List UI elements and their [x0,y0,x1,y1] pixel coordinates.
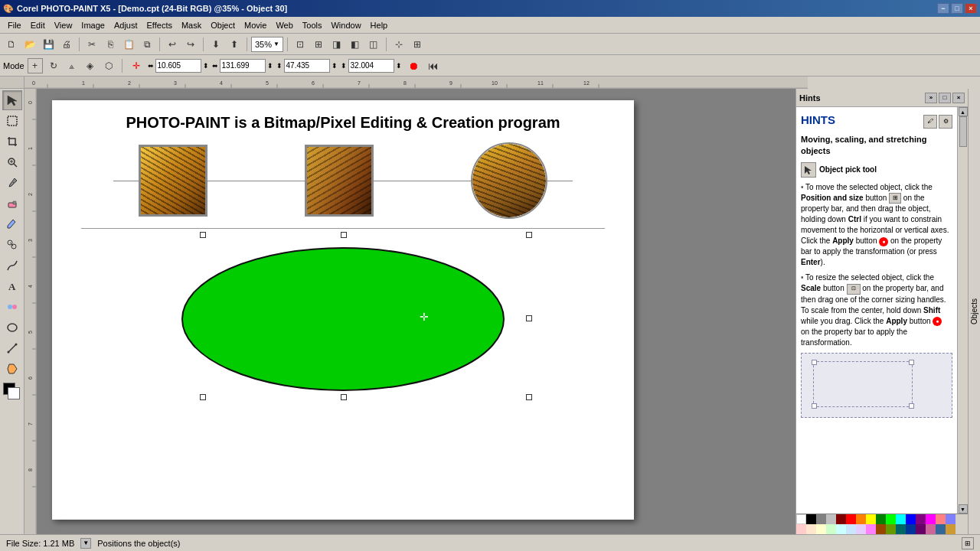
h-input[interactable]: 32.004 [348,59,394,73]
color-purple[interactable] [916,514,926,524]
zoom-tool[interactable] [2,152,22,172]
objects-panel-tab[interactable]: Objects [968,89,980,534]
mode-normal[interactable]: + [28,58,43,73]
color-steel[interactable] [936,524,946,534]
text-tool[interactable]: A [2,276,22,296]
color-green[interactable] [876,514,886,524]
hints-float-btn[interactable]: □ [939,93,951,103]
hints-scrollbar[interactable]: ▲ ▼ [957,107,968,514]
scroll-down-btn[interactable]: ▼ [959,504,968,514]
shape-tool[interactable] [2,318,22,337]
maximize-button[interactable]: □ [951,3,963,14]
copy-button[interactable]: ⎘ [102,36,119,53]
scroll-thumb[interactable] [959,116,967,147]
zoom-selector[interactable]: 35% ▼ [251,37,283,52]
color-olive[interactable] [886,524,896,534]
color-yellow[interactable] [866,514,876,524]
redo-button[interactable]: ↪ [182,36,199,53]
mode-skew[interactable]: ⟁ [64,58,80,73]
color-teal[interactable] [896,524,906,534]
color-light-purple[interactable] [856,524,866,534]
color-red[interactable] [846,514,856,524]
mode-distort[interactable]: ◈ [83,58,98,73]
hints-expand-btn[interactable]: » [925,93,937,103]
x-input[interactable]: 10.605 [155,59,201,73]
zoom-fit-button[interactable]: ⊡ [292,36,309,53]
import-button[interactable]: ⬇ [207,36,224,53]
color-dark-red[interactable] [836,514,846,524]
color-hot-pink[interactable] [866,524,876,534]
color-cyan[interactable] [896,514,906,524]
paint-tool[interactable] [2,214,22,234]
line-tool[interactable] [2,338,22,358]
hints-mode-btn[interactable]: 🖊 [923,115,937,129]
revert-btn[interactable]: ⏮ [425,57,442,74]
crop-tool[interactable] [2,132,22,152]
menu-tools[interactable]: Tools [298,19,327,31]
menu-help[interactable]: Help [366,19,393,31]
color-black[interactable] [806,514,816,524]
color-light-pink[interactable] [796,524,806,534]
grid-button[interactable]: ⊞ [409,36,426,53]
mode-perspective[interactable]: ⬡ [101,58,116,73]
pointer-btn[interactable]: ✛ [128,57,145,74]
print-button[interactable]: 🖨 [58,36,75,53]
save-button[interactable]: 💾 [40,36,57,53]
paste-button[interactable]: 📋 [120,36,137,53]
close-button[interactable]: × [965,3,977,14]
object-pick-tool[interactable] [2,90,22,110]
view2-button[interactable]: ◨ [328,36,345,53]
color-light-cyan[interactable] [836,524,846,534]
color-lavender[interactable] [946,514,956,524]
menu-view[interactable]: View [50,19,77,31]
menu-image[interactable]: Image [77,19,109,31]
menu-window[interactable]: Window [326,19,365,31]
duplicate-button[interactable]: ⧉ [139,36,155,53]
view1-button[interactable]: ⊞ [310,36,327,53]
undo-button[interactable]: ↩ [164,36,181,53]
color-orange[interactable] [856,514,866,524]
clone-tool[interactable] [2,235,22,255]
color-light-yellow[interactable] [816,524,826,534]
color-rose[interactable] [926,524,936,534]
apply-btn[interactable]: ⏺ [405,57,422,74]
color-pink[interactable] [936,514,946,524]
color-silver[interactable] [826,514,836,524]
menu-object[interactable]: Object [206,19,240,31]
mode-rotate[interactable]: ↻ [46,58,61,73]
color-lime[interactable] [886,514,896,524]
view4-button[interactable]: ◫ [365,36,382,53]
color-brown[interactable] [876,524,886,534]
eyedropper-tool[interactable] [2,173,22,193]
new-button[interactable]: 🗋 [3,36,20,53]
color-magenta[interactable] [926,514,936,524]
open-button[interactable]: 📂 [21,36,38,53]
menu-adjust[interactable]: Adjust [109,19,142,31]
cut-button[interactable]: ✂ [83,36,100,53]
menu-effects[interactable]: Effects [142,19,177,31]
w-input[interactable]: 131.699 [220,59,266,73]
scroll-up-btn[interactable]: ▲ [959,107,968,116]
snap-button[interactable]: ⊹ [390,36,407,53]
color-light-blue[interactable] [846,524,856,534]
menu-mask[interactable]: Mask [177,19,206,31]
status-arrow[interactable]: ▼ [80,538,91,549]
hints-close-btn[interactable]: × [952,93,965,103]
y-input[interactable]: 47.435 [284,59,330,73]
menu-edit[interactable]: Edit [26,19,50,31]
color-blue[interactable] [906,514,916,524]
color-navy[interactable] [906,524,916,534]
eraser-tool[interactable] [2,194,22,214]
zoom-dropdown-icon[interactable]: ▼ [273,41,279,47]
objects-tab-label[interactable]: Objects [967,295,980,328]
color-light-orange[interactable] [806,524,816,534]
minimize-button[interactable]: − [937,3,949,14]
color-gold[interactable] [946,524,956,534]
background-color[interactable] [8,387,20,399]
view3-button[interactable]: ◧ [347,36,364,53]
hints-options-btn[interactable]: ⚙ [939,115,952,129]
export-button[interactable]: ⬆ [226,36,243,53]
menu-movie[interactable]: Movie [240,19,271,31]
blend-tool[interactable] [2,297,22,317]
color-gray[interactable] [816,514,826,524]
